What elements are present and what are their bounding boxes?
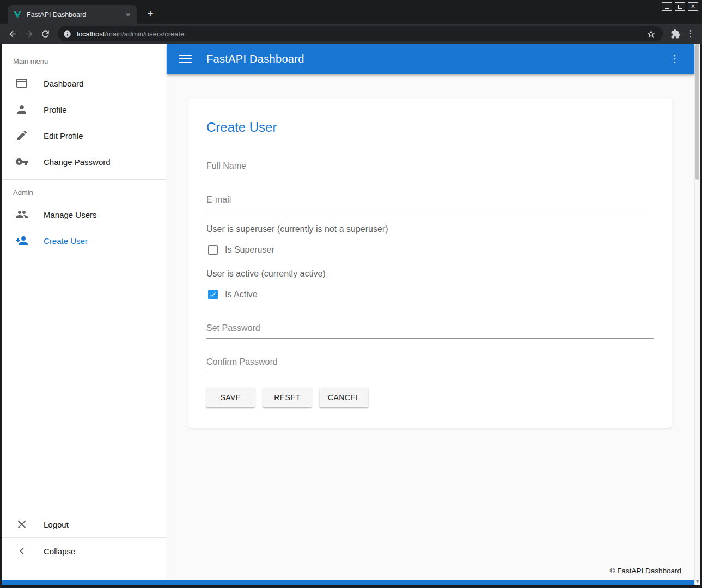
sidebar-item-collapse[interactable]: Collapse	[2, 538, 166, 564]
sidebar-footer: Logout Collapse	[2, 511, 166, 564]
is-superuser-checkbox-row[interactable]: Is Superuser	[208, 245, 654, 255]
sidebar-item-label: Collapse	[44, 547, 75, 556]
main-area: FastAPI Dashboard ⋮ Create User User is …	[167, 44, 694, 580]
tab-title: FastAPI Dashboard	[27, 11, 123, 19]
scrollbar-thumb[interactable]	[695, 44, 699, 180]
page-title: Create User	[206, 120, 654, 135]
maximize-button[interactable]	[675, 2, 685, 11]
email-field-wrap	[206, 188, 654, 210]
sidebar-item-label: Dashboard	[44, 79, 83, 88]
page-info-icon[interactable]	[63, 30, 71, 38]
check-icon	[209, 291, 217, 298]
forward-button[interactable]	[21, 26, 37, 42]
footer-copyright: © FastAPI Dashboard	[609, 567, 681, 575]
superuser-hint: User is superuser (currently is not a su…	[206, 224, 654, 234]
maximize-icon	[678, 5, 682, 9]
sidebar-item-logout[interactable]: Logout	[2, 511, 166, 537]
person-icon	[15, 103, 28, 116]
minimize-icon	[665, 8, 669, 9]
checkbox-label: Is Active	[225, 290, 258, 299]
active-hint: User is active (currently active)	[206, 269, 654, 279]
vuetify-favicon	[13, 10, 22, 19]
is-active-checkbox-row[interactable]: Is Active	[208, 290, 654, 299]
url-text[interactable]: localhost/main/admin/users/create	[77, 30, 644, 38]
sidebar-item-label: Manage Users	[44, 210, 97, 219]
page: Main menu Dashboard Profile Edit Profile	[2, 44, 700, 585]
extensions-button[interactable]	[667, 26, 683, 42]
sidebar-item-label: Change Password	[44, 157, 111, 167]
url-bar[interactable]: localhost/main/admin/users/create	[58, 26, 663, 41]
reset-button[interactable]: RESET	[263, 388, 312, 407]
form-actions: SAVE RESET CANCEL	[206, 388, 654, 407]
appbar-title: FastAPI Dashboard	[206, 53, 304, 65]
content-area: Create User User is superuser (currently…	[167, 74, 694, 580]
sidebar-section-admin: Admin	[2, 180, 166, 201]
new-tab-button[interactable]: +	[143, 7, 158, 22]
create-user-card: Create User User is superuser (currently…	[188, 98, 672, 428]
sidebar: Main menu Dashboard Profile Edit Profile	[2, 44, 166, 580]
window-controls: ✕	[662, 2, 698, 11]
sidebar-item-edit-profile[interactable]: Edit Profile	[2, 122, 166, 149]
sidebar-item-label: Edit Profile	[44, 131, 83, 140]
browser-toolbar: localhost/main/admin/users/create ⋮	[0, 24, 702, 44]
checkbox-label: Is Superuser	[225, 245, 274, 255]
url-host: localhost	[77, 30, 105, 38]
minimize-button[interactable]	[662, 2, 672, 11]
sidebar-item-create-user[interactable]: Create User	[2, 228, 166, 254]
sidebar-item-label: Profile	[44, 105, 67, 114]
page-scrollbar[interactable]	[694, 44, 700, 585]
confirm-password-field-wrap	[206, 351, 654, 372]
confirm-password-input[interactable]	[206, 351, 654, 372]
sidebar-item-change-password[interactable]: Change Password	[2, 149, 166, 175]
footer-accent-bar	[2, 580, 694, 585]
browser-menu-button[interactable]: ⋮	[683, 27, 698, 41]
back-button[interactable]	[4, 26, 21, 42]
browser-tab[interactable]: FastAPI Dashboard ×	[8, 5, 137, 24]
dashboard-icon	[15, 77, 28, 90]
appbar-overflow-menu-button[interactable]: ⋮	[667, 51, 682, 66]
is-active-checkbox[interactable]	[208, 290, 218, 299]
chevron-left-icon	[15, 544, 28, 558]
hamburger-menu-icon[interactable]	[179, 52, 192, 65]
reload-icon	[40, 29, 51, 39]
close-x-icon	[15, 518, 28, 531]
tab-close-icon[interactable]: ×	[123, 10, 133, 20]
forward-arrow-icon	[24, 29, 34, 39]
close-button[interactable]: ✕	[688, 2, 698, 11]
set-password-input[interactable]	[206, 317, 654, 339]
person-add-icon	[15, 234, 28, 247]
scrollbar-down-arrow-icon[interactable]	[696, 580, 699, 583]
reload-button[interactable]	[37, 26, 53, 42]
url-path: /main/admin/users/create	[105, 30, 184, 38]
key-icon	[15, 155, 28, 168]
people-icon	[15, 208, 28, 221]
email-input[interactable]	[206, 188, 654, 210]
sidebar-section-main-menu: Main menu	[2, 44, 166, 70]
browser-titlebar: FastAPI Dashboard × + ✕	[0, 0, 702, 24]
browser-window: FastAPI Dashboard × + ✕ localhost/main/a…	[0, 0, 702, 588]
app-bar: FastAPI Dashboard ⋮	[167, 44, 694, 74]
full-name-field-wrap	[206, 155, 654, 176]
sidebar-item-label: Create User	[44, 236, 88, 246]
back-arrow-icon	[8, 29, 18, 39]
sidebar-item-profile[interactable]: Profile	[2, 96, 166, 122]
extensions-icon	[670, 29, 681, 39]
window-close-icon: ✕	[691, 4, 695, 9]
bookmark-star-button[interactable]	[644, 27, 657, 40]
save-button[interactable]: SAVE	[206, 388, 255, 407]
pencil-icon	[15, 129, 28, 142]
set-password-field-wrap	[206, 317, 654, 339]
star-icon	[646, 29, 656, 39]
sidebar-item-manage-users[interactable]: Manage Users	[2, 201, 166, 228]
cancel-button[interactable]: CANCEL	[320, 388, 368, 407]
full-name-input[interactable]	[206, 155, 654, 176]
sidebar-item-label: Logout	[44, 520, 69, 529]
sidebar-item-dashboard[interactable]: Dashboard	[2, 70, 166, 96]
is-superuser-checkbox[interactable]	[208, 245, 218, 255]
